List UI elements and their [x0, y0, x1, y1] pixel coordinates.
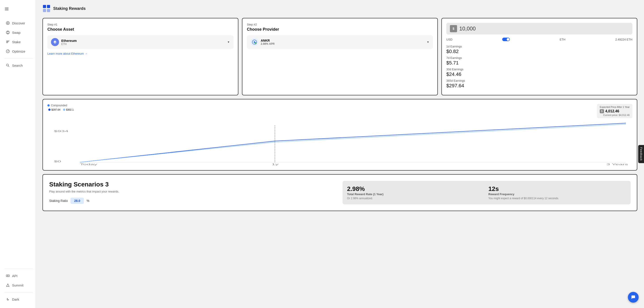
- compounded-label: Compounded: [48, 104, 74, 107]
- eth-icon: [51, 38, 59, 46]
- metric2-sublabel: You might expect a reward of $0.000114 e…: [488, 197, 626, 200]
- chevron-down-icon: ▼: [227, 41, 230, 44]
- expected-price-row: $ 4,012.46: [600, 109, 630, 113]
- sidebar-item-summit[interactable]: Summit: [1, 281, 34, 289]
- search-icon: [6, 63, 10, 67]
- earnings-7d-row: 7d Earnings $5.71: [446, 56, 632, 66]
- legend-2: $302.1: [63, 108, 74, 111]
- asset-ticker: ETH: [61, 43, 77, 46]
- currency-toggle[interactable]: [502, 38, 510, 41]
- feedback-tab[interactable]: Feedback: [638, 145, 644, 163]
- metric1-sublabel: Or 2.98% annualized.: [347, 197, 485, 200]
- logo: [42, 5, 50, 13]
- sidebar-item-search[interactable]: Search: [1, 61, 34, 70]
- sidebar-item-api[interactable]: API: [1, 271, 34, 280]
- dark-icon: [6, 297, 10, 301]
- svg-rect-2: [5, 10, 8, 10]
- currency-usd-label: USD: [446, 38, 452, 41]
- eth-equivalent: 2.49224 ETH: [615, 38, 632, 41]
- svg-rect-17: [43, 9, 46, 12]
- sidebar-toggle[interactable]: [0, 5, 14, 14]
- staking-ratio-label: Staking Ratio: [49, 199, 68, 203]
- provider-icon: [250, 38, 258, 46]
- optimize-icon: [6, 49, 10, 53]
- calculator-card: $ 10,000 USD ETH 2.49224 ETH 1d Earnings…: [442, 18, 637, 95]
- stake-icon: [6, 40, 10, 44]
- svg-point-9: [8, 51, 8, 52]
- svg-marker-20: [54, 40, 55, 43]
- metric1-block: 2.98% Total Reward Rate (1 Year) Or 2.98…: [347, 185, 485, 200]
- toggle-pill[interactable]: [502, 38, 510, 41]
- earnings-7d-label: 7d Earnings: [446, 56, 632, 60]
- svg-text:$934: $934: [54, 130, 68, 133]
- sidebar-divider-2: [4, 292, 33, 292]
- chart-area: $0 $934 Today 1y 3 Years: [48, 121, 632, 166]
- chat-icon: [631, 295, 636, 300]
- scenarios-card: Staking Scenarios 3 Play around with the…: [42, 174, 637, 211]
- expected-price-label: Expected Price After 1 Year: [600, 106, 630, 108]
- svg-rect-0: [5, 8, 8, 8]
- svg-rect-7: [6, 43, 8, 43]
- cards-row: Step #1 Choose Asset Ethereum ETH: [42, 18, 637, 171]
- currency-eth-label: ETH: [560, 38, 566, 41]
- api-icon: [6, 274, 10, 278]
- earnings-1d-value: $0.82: [446, 49, 632, 54]
- asset-name: Ethereum: [61, 39, 77, 43]
- scenarios-right: 2.98% Total Reward Rate (1 Year) Or 2.98…: [342, 181, 630, 204]
- sidebar-item-discover[interactable]: Discover: [1, 19, 34, 27]
- amount-input-row: $ 10,000: [446, 23, 632, 35]
- expected-price-number: 4,012.46: [605, 109, 619, 113]
- discover-icon: [6, 21, 10, 25]
- svg-marker-19: [55, 40, 56, 43]
- svg-line-11: [8, 66, 9, 67]
- metric2-label: Reward Frequency: [488, 192, 626, 196]
- amount-value: 10,000: [459, 26, 629, 32]
- toggle-knob: [507, 38, 510, 41]
- earnings-365d-row: 365d Earnings $297.64: [446, 79, 632, 89]
- staking-ratio-unit: %: [86, 199, 89, 203]
- expected-price-box: Expected Price After 1 Year $ 4,012.46 C…: [597, 104, 632, 118]
- learn-more-link[interactable]: Learn more about Ethereum →: [48, 52, 234, 55]
- earnings-30d-label: 30d Earnings: [446, 68, 632, 71]
- provider-selector[interactable]: ANKR 2.98% APR ▼: [247, 35, 433, 49]
- chart-card: Compounded $297.64 $302.1 Exp: [42, 99, 637, 171]
- svg-marker-14: [6, 284, 9, 286]
- current-price-text: Current price: $4,012.46: [600, 114, 630, 116]
- swap-icon: [6, 31, 10, 35]
- svg-rect-5: [6, 41, 10, 41]
- legend-1: $297.64: [48, 108, 60, 111]
- logo-icon: [42, 5, 50, 13]
- chat-button[interactable]: [628, 292, 639, 303]
- step2-label: Step #2: [247, 23, 433, 26]
- earnings-7d-value: $5.71: [446, 60, 632, 66]
- dollar-icon: $: [450, 25, 457, 32]
- svg-rect-16: [47, 5, 50, 8]
- chart-header: Compounded $297.64 $302.1 Exp: [48, 104, 632, 118]
- asset-selector[interactable]: Ethereum ETH ▼: [48, 35, 234, 49]
- sidebar-item-swap[interactable]: Swap: [1, 28, 34, 37]
- sidebar-item-dark[interactable]: Dark: [1, 295, 34, 303]
- sidebar-item-stake[interactable]: Stake: [1, 38, 34, 46]
- earnings-365d-value: $297.64: [446, 83, 632, 89]
- svg-rect-6: [6, 42, 8, 42]
- scenarios-title: Staking Scenarios 3: [49, 181, 337, 188]
- staking-ratio-input[interactable]: [70, 198, 84, 204]
- svg-rect-1: [5, 9, 8, 9]
- scenarios-desc: Play around with the metrics that impact…: [49, 190, 337, 193]
- metric1-label: Total Reward Rate (1 Year): [347, 192, 485, 196]
- metric2-block: 12s Reward Frequency You might expect a …: [488, 185, 626, 200]
- toggle-icon: [4, 7, 9, 11]
- svg-text:1y: 1y: [272, 163, 278, 166]
- sidebar-item-optimize[interactable]: Optimize: [1, 47, 34, 56]
- svg-text:3 Years: 3 Years: [606, 163, 628, 166]
- scenarios-left: Staking Scenarios 3 Play around with the…: [49, 181, 337, 204]
- legend-dot-1: [48, 109, 50, 111]
- step2-card: Step #2 Choose Provider ANKR 2.98%: [242, 18, 438, 95]
- provider-chevron-icon: ▼: [427, 41, 429, 44]
- provider-apr: 2.98% APR: [261, 42, 274, 46]
- svg-point-13: [8, 275, 8, 276]
- currency-toggle-row: USD ETH 2.49224 ETH: [446, 38, 632, 41]
- earnings-1d-row: 1d Earnings $0.82: [446, 45, 632, 54]
- chart-svg: $0 $934 Today 1y 3 Years: [48, 121, 632, 166]
- svg-text:Today: Today: [80, 163, 97, 166]
